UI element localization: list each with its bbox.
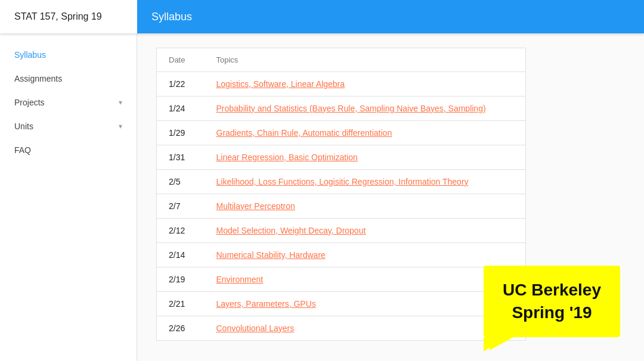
date-cell: 1/22 — [157, 72, 205, 97]
topic-link[interactable]: Layers, Parameters, GPUs — [216, 299, 316, 309]
topic-link[interactable]: Environment — [216, 275, 264, 284]
table-row: 2/26Convolutional Layers — [157, 316, 526, 341]
table-row: 2/7Multilayer Perceptron — [157, 194, 526, 219]
topic-link[interactable]: Likelihood, Loss Functions, Logisitic Re… — [216, 177, 469, 186]
table-row: 2/19Environment — [157, 267, 526, 292]
sidebar-item-label: FAQ — [14, 145, 31, 155]
col-date-header: Date — [157, 48, 205, 72]
sidebar-item-label: Units — [14, 122, 33, 131]
topic-cell: Environment — [205, 267, 526, 292]
date-cell: 1/24 — [157, 97, 205, 121]
topic-link[interactable]: Multilayer Perceptron — [216, 201, 295, 211]
main-content: Date Topics 1/22Logistics, Software, Lin… — [137, 33, 644, 361]
topic-link[interactable]: Convolutional Layers — [216, 323, 295, 333]
badge-pointer-icon — [484, 337, 505, 351]
date-cell: 2/12 — [157, 219, 205, 243]
table-row: 1/24Probability and Statistics (Bayes Ru… — [157, 97, 526, 121]
syllabus-table: Date Topics 1/22Logistics, Software, Lin… — [156, 48, 526, 341]
date-cell: 2/19 — [157, 267, 205, 292]
sidebar-item-projects[interactable]: Projects ▾ — [0, 91, 137, 114]
table-row: 2/5Likelihood, Loss Functions, Logisitic… — [157, 170, 526, 194]
sidebar-item-label: Projects — [14, 98, 45, 107]
date-cell: 2/21 — [157, 292, 205, 316]
body-layout: Syllabus Assignments Projects ▾ Units ▾ … — [0, 33, 644, 361]
section-label: Syllabus — [137, 0, 644, 33]
date-cell: 1/31 — [157, 145, 205, 170]
header: STAT 157, Spring 19 Syllabus — [0, 0, 644, 33]
table-row: 2/12Model Selection, Weight Decay, Dropo… — [157, 219, 526, 243]
sidebar-item-faq[interactable]: FAQ — [0, 138, 137, 162]
topic-cell: Logistics, Software, Linear Algebra — [205, 72, 526, 97]
badge-box: UC Berkeley Spring '19 — [484, 266, 620, 337]
topic-link[interactable]: Numerical Stability, Hardware — [216, 250, 326, 260]
topic-cell: Model Selection, Weight Decay, Dropout — [205, 219, 526, 243]
topic-cell: Gradients, Chain Rule, Automatic differe… — [205, 121, 526, 145]
topic-cell: Likelihood, Loss Functions, Logisitic Re… — [205, 170, 526, 194]
badge-line2: Spring '19 — [503, 301, 601, 324]
sidebar-item-units[interactable]: Units ▾ — [0, 114, 137, 138]
table-row: 2/21Layers, Parameters, GPUs — [157, 292, 526, 316]
topic-cell: Layers, Parameters, GPUs — [205, 292, 526, 316]
table-row: 1/22Logistics, Software, Linear Algebra — [157, 72, 526, 97]
chevron-down-icon: ▾ — [119, 122, 122, 130]
topic-cell: Multilayer Perceptron — [205, 194, 526, 219]
table-row: 1/29Gradients, Chain Rule, Automatic dif… — [157, 121, 526, 145]
topic-link[interactable]: Linear Regression, Basic Optimization — [216, 153, 358, 162]
date-cell: 2/7 — [157, 194, 205, 219]
date-cell: 1/29 — [157, 121, 205, 145]
badge-line1: UC Berkeley — [503, 279, 601, 301]
uc-berkeley-badge: UC Berkeley Spring '19 — [484, 266, 620, 337]
col-topics-header: Topics — [205, 48, 526, 72]
table-row: 2/14Numerical Stability, Hardware — [157, 243, 526, 267]
course-title: STAT 157, Spring 19 — [0, 11, 137, 22]
table-row: 1/31Linear Regression, Basic Optimizatio… — [157, 145, 526, 170]
topic-cell: Numerical Stability, Hardware — [205, 243, 526, 267]
topic-link[interactable]: Model Selection, Weight Decay, Dropout — [216, 226, 366, 235]
topic-link[interactable]: Logistics, Software, Linear Algebra — [216, 79, 345, 89]
topic-link[interactable]: Gradients, Chain Rule, Automatic differe… — [216, 128, 392, 138]
topic-cell: Convolutional Layers — [205, 316, 526, 341]
sidebar-item-assignments[interactable]: Assignments — [0, 67, 137, 91]
sidebar-item-syllabus[interactable]: Syllabus — [0, 43, 137, 67]
topic-cell: Probability and Statistics (Bayes Rule, … — [205, 97, 526, 121]
date-cell: 2/14 — [157, 243, 205, 267]
date-cell: 2/26 — [157, 316, 205, 341]
topic-link[interactable]: Probability and Statistics (Bayes Rule, … — [216, 104, 486, 113]
date-cell: 2/5 — [157, 170, 205, 194]
chevron-down-icon: ▾ — [119, 98, 122, 107]
topic-cell: Linear Regression, Basic Optimization — [205, 145, 526, 170]
sidebar-item-label: Syllabus — [14, 50, 46, 60]
sidebar-item-label: Assignments — [14, 74, 62, 83]
sidebar: Syllabus Assignments Projects ▾ Units ▾ … — [0, 33, 137, 361]
